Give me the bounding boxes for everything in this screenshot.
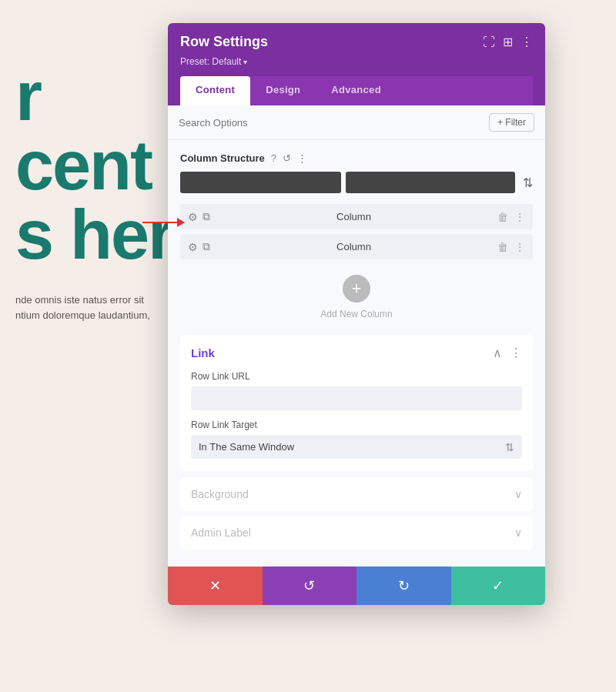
column-structure-section: Column Structure ? ↺ ⋮ ⇅ ⚙ ⧉ Column 🗑: [180, 152, 533, 335]
modal-title: Row Settings: [180, 34, 268, 50]
help-icon[interactable]: ?: [271, 152, 276, 164]
tab-advanced[interactable]: Advanced: [316, 76, 397, 105]
column-structure-header: Column Structure ? ↺ ⋮: [180, 152, 533, 164]
target-select-wrapper: In The Same Window In A New Tab: [191, 435, 522, 459]
delete-icon-2[interactable]: 🗑: [497, 241, 508, 253]
columns-icon[interactable]: ⊞: [503, 35, 513, 49]
settings-icon-1[interactable]: ⚙: [188, 211, 198, 223]
add-column-section: + Add New Column: [180, 264, 533, 335]
arrow-line: [142, 222, 177, 223]
search-bar: + Filter: [168, 105, 545, 140]
modal-tabs: Content Design Advanced: [180, 76, 533, 105]
modal-body: Column Structure ? ↺ ⋮ ⇅ ⚙ ⧉ Column 🗑: [168, 140, 545, 567]
modal-header: Row Settings ⛶ ⊞ ⋮ Preset: Default Conte…: [168, 23, 545, 105]
link-more-icon[interactable]: ⋮: [510, 346, 522, 360]
delete-icon-1[interactable]: 🗑: [497, 211, 508, 223]
bg-subtext: nde omnis iste natus error sit ntium dol…: [15, 293, 169, 323]
modal-title-row: Row Settings ⛶ ⊞ ⋮: [180, 34, 533, 50]
copy-icon-2[interactable]: ⧉: [203, 240, 210, 253]
more-icon-1[interactable]: ⋮: [514, 211, 525, 223]
settings-icon-2[interactable]: ⚙: [188, 241, 198, 253]
more-options-icon[interactable]: ⋮: [521, 35, 533, 49]
background-section[interactable]: Background ∨: [180, 477, 533, 511]
link-section: Link ∧ ⋮ Row Link URL Row Link Target In…: [180, 335, 533, 471]
column-structure-title: Column Structure: [180, 152, 265, 164]
admin-label-chevron-icon: ∨: [514, 527, 522, 539]
reset-icon[interactable]: ↺: [283, 152, 291, 164]
column-preview: ⇅: [180, 172, 533, 193]
row-link-target-select[interactable]: In The Same Window In A New Tab: [191, 435, 522, 459]
column-row-1-actions: 🗑 ⋮: [497, 211, 525, 223]
column-more-icon[interactable]: ⋮: [297, 152, 307, 164]
link-section-header: Link ∧ ⋮: [191, 346, 522, 360]
column-preview-bar-2[interactable]: [346, 172, 515, 193]
add-column-button[interactable]: +: [343, 275, 370, 303]
add-column-label: Add New Column: [320, 309, 392, 319]
column-row-2-actions: 🗑 ⋮: [497, 241, 525, 253]
url-label: Row Link URL: [191, 371, 522, 382]
link-section-title: Link: [191, 346, 215, 359]
column-row-2-icons: ⚙ ⧉: [188, 240, 210, 253]
cancel-button[interactable]: ✕: [168, 567, 263, 605]
search-input[interactable]: [179, 117, 489, 129]
column-row-1-label: Column: [216, 211, 491, 222]
row-settings-modal: Row Settings ⛶ ⊞ ⋮ Preset: Default Conte…: [168, 23, 545, 605]
column-row-1-icons: ⚙ ⧉: [188, 210, 210, 223]
filter-button[interactable]: + Filter: [489, 113, 534, 132]
link-collapse-icon[interactable]: ∧: [493, 346, 502, 360]
expand-icon[interactable]: ⛶: [483, 35, 495, 49]
arrow-indicator: [142, 218, 185, 227]
column-preview-arrows[interactable]: ⇅: [523, 176, 533, 190]
column-row-2: ⚙ ⧉ Column 🗑 ⋮: [180, 234, 533, 259]
admin-label-title: Admin Label: [191, 527, 251, 539]
target-label: Row Link Target: [191, 420, 522, 430]
background-title: Background: [191, 488, 249, 500]
arrow-head: [177, 218, 185, 227]
more-icon-2[interactable]: ⋮: [514, 241, 525, 253]
background-chevron-icon: ∨: [514, 488, 522, 500]
modal-footer: ✕ ↺ ↻ ✓: [168, 567, 545, 605]
column-row-2-label: Column: [216, 241, 491, 252]
link-header-icons: ∧ ⋮: [493, 346, 522, 360]
column-preview-bar-1[interactable]: [180, 172, 341, 193]
modal-title-icons: ⛶ ⊞ ⋮: [483, 35, 533, 49]
preset-selector[interactable]: Preset: Default: [180, 56, 533, 67]
tab-design[interactable]: Design: [250, 76, 316, 105]
row-link-url-input[interactable]: [191, 386, 522, 410]
save-button[interactable]: ✓: [451, 567, 546, 605]
column-row-1: ⚙ ⧉ Column 🗑 ⋮: [180, 204, 533, 229]
admin-label-section[interactable]: Admin Label ∨: [180, 516, 533, 550]
copy-icon-1[interactable]: ⧉: [203, 210, 210, 223]
redo-button[interactable]: ↻: [357, 567, 451, 605]
undo-button[interactable]: ↺: [263, 567, 357, 605]
tab-content[interactable]: Content: [180, 76, 250, 105]
